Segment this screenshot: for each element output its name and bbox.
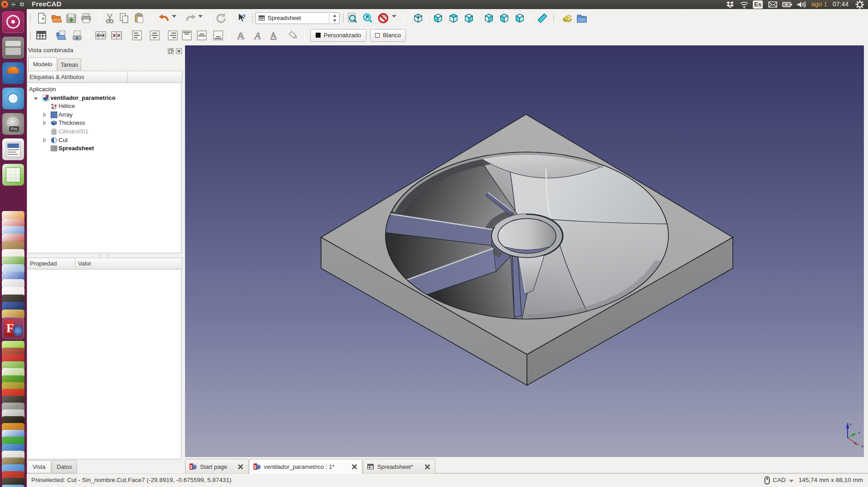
svg-text:?: ?: [242, 13, 246, 20]
svg-text:A: A: [254, 30, 261, 41]
svg-text:Y: Y: [858, 431, 861, 435]
svg-text:z: z: [850, 422, 852, 426]
svg-text:A: A: [237, 30, 244, 41]
svg-text:A: A: [270, 30, 277, 40]
